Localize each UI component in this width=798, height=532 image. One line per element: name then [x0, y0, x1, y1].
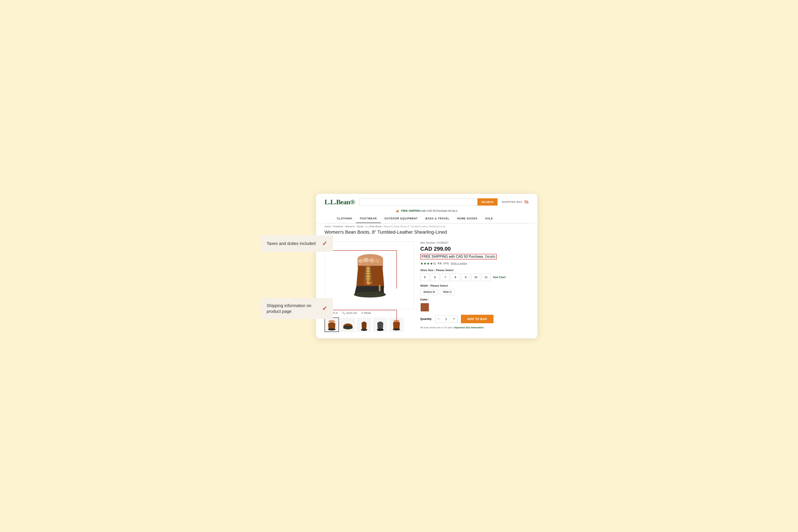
breadcrumb-llbean-boots[interactable]: L.L.Bean Boots — [366, 225, 382, 228]
shoe-size-label: Shoe Size : Please Select — [420, 269, 529, 272]
search-wrapper: SEARCH — [359, 198, 497, 206]
shipping-line-v — [396, 310, 397, 327]
svg-point-16 — [364, 273, 366, 274]
shipping-annotation-text: Shipping information on product page — [267, 303, 319, 314]
breadcrumb-womens[interactable]: Women's — [345, 225, 355, 228]
item-number: Item Number: CA286357 — [420, 241, 529, 244]
free-shipping-details-link[interactable]: DETAILS — [448, 210, 457, 212]
shipping-check-icon: ✓ — [322, 305, 327, 312]
free-shipping-label: FREE SHIPPING — [401, 209, 421, 212]
rating-value: 4.6 — [438, 262, 441, 265]
product-card: L.L.Bean® SEARCH SHOPPING BAG 🛍 🚚 FREE S… — [316, 194, 537, 338]
breadcrumb: Home / Footwear / Women's / Boots / L.L.… — [316, 224, 537, 229]
product-price: CAD 299.00 — [420, 246, 529, 252]
svg-point-13 — [370, 268, 371, 269]
free-shipping-bar: 🚚 FREE SHIPPING with CAD 50 Purchase DET… — [324, 208, 529, 214]
svg-point-5 — [375, 259, 380, 263]
site-nav: CLOTHING FOOTWEAR OUTDOOR EQUIPMENT BAGS… — [324, 214, 529, 223]
boot-main-image — [339, 246, 399, 305]
size-8[interactable]: 8 — [451, 273, 460, 281]
svg-point-22 — [354, 291, 386, 298]
taxes-annotation-text: Taxes and duties included — [267, 241, 316, 246]
nav-item-sale[interactable]: SALE — [481, 214, 497, 223]
review-count: (408) — [443, 262, 449, 265]
star-rating: ★★★★½ — [420, 262, 436, 266]
color-swatch[interactable] — [420, 303, 429, 312]
svg-point-17 — [371, 273, 372, 274]
site-header: L.L.Bean® SEARCH SHOPPING BAG 🛍 🚚 FREE S… — [316, 194, 537, 224]
quantity-input[interactable] — [442, 317, 451, 321]
size-11[interactable]: 11 — [481, 273, 491, 281]
size-chart-link[interactable]: Size Chart — [493, 276, 506, 279]
taxes-line-v — [396, 250, 397, 288]
search-input[interactable] — [359, 198, 477, 206]
svg-point-18 — [364, 276, 365, 277]
reset-control[interactable]: ↺ Reset — [361, 311, 371, 315]
shipping-note-box: FREE SHIPPING with CAD 50 Purchase. Deta… — [420, 254, 497, 260]
zoom-out-icon: 🔍 — [342, 311, 345, 315]
taxes-annotation-card: Taxes and duties included ✓ — [261, 235, 333, 252]
breadcrumb-boots[interactable]: Boots — [357, 225, 363, 228]
quantity-row: Quantity − + ADD TO BAG — [420, 315, 529, 323]
nav-item-footwear[interactable]: FOOTWEAR — [356, 214, 381, 223]
svg-point-20 — [364, 278, 365, 280]
width-options: Medium B Wide D — [420, 289, 529, 295]
size-options: 5 6 7 8 9 10 11 Size Chart — [420, 273, 529, 281]
quantity-decrease[interactable]: − — [435, 316, 442, 322]
nav-item-outdoor[interactable]: OUTDOOR EQUIPMENT — [381, 214, 421, 223]
size-7[interactable]: 7 — [441, 273, 450, 281]
shopping-bag-icon: 🛍 — [524, 199, 529, 205]
thumbnail-2[interactable] — [341, 318, 355, 332]
svg-point-21 — [371, 278, 372, 280]
header-top: L.L.Bean® SEARCH SHOPPING BAG 🛍 — [324, 198, 529, 206]
quantity-increase[interactable]: + — [451, 316, 457, 322]
shipping-details-link[interactable]: Details — [485, 255, 495, 258]
svg-point-39 — [393, 328, 400, 330]
shipping-line-h — [333, 310, 397, 310]
size-9[interactable]: 9 — [461, 273, 470, 281]
search-button[interactable]: SEARCH — [477, 198, 497, 206]
shopping-bag-label: SHOPPING BAG — [502, 201, 522, 203]
nav-item-homegoods[interactable]: HOME GOODS — [453, 214, 481, 223]
svg-point-14 — [364, 270, 366, 272]
rating-row: ★★★★½ 4.6 (408) Write a review — [420, 262, 529, 266]
shipping-note-text: FREE SHIPPING with CAD 50 Purchase. — [421, 255, 484, 258]
product-area: 🔍 Zoom in 🔍 Zoom out ↺ Reset — [316, 237, 537, 338]
free-shipping-detail: with CAD 50 Purchase — [421, 209, 447, 212]
reset-icon: ↺ — [361, 311, 363, 315]
thumbnail-3[interactable] — [357, 318, 371, 332]
width-medium-b[interactable]: Medium B — [420, 289, 438, 295]
thumbnail-4[interactable] — [373, 318, 387, 332]
size-5[interactable]: 5 — [420, 273, 429, 281]
add-to-bag-button[interactable]: ADD TO BAG — [461, 315, 493, 323]
breadcrumb-current: Women's Bean Boots, 8" Tumbled-Leather S… — [384, 225, 445, 228]
svg-point-37 — [361, 329, 367, 331]
shipping-annotation-card: Shipping information on product page ✓ — [261, 298, 333, 319]
zoom-out-control[interactable]: 🔍 Zoom out — [342, 311, 357, 315]
taxes-line-h — [333, 250, 397, 251]
color-label: Color : — [420, 298, 529, 301]
nav-item-bags[interactable]: BAGS & TRAVEL — [421, 214, 453, 223]
svg-point-38 — [377, 329, 384, 331]
taxes-check-icon: ✓ — [322, 240, 327, 247]
width-label: Width : Please Select — [420, 284, 529, 287]
product-details: Item Number: CA286357 CAD 299.00 FREE SH… — [414, 241, 529, 332]
svg-point-15 — [370, 270, 372, 272]
quantity-control: − + — [435, 316, 457, 323]
truck-icon: 🚚 — [396, 209, 399, 212]
svg-point-19 — [371, 276, 372, 277]
svg-point-4 — [369, 258, 374, 263]
svg-point-12 — [365, 268, 366, 269]
shopping-bag-button[interactable]: SHOPPING BAG 🛍 — [502, 199, 529, 205]
product-title: Women's Bean Boots, 8" Tumbled-Leather S… — [316, 229, 537, 237]
svg-point-3 — [363, 258, 369, 262]
svg-rect-31 — [379, 285, 380, 291]
important-size-info-link[interactable]: Important Size Information — [454, 326, 483, 329]
size-10[interactable]: 10 — [471, 273, 480, 281]
page-wrapper: Taxes and duties included ✓ Shipping inf… — [261, 194, 537, 338]
svg-point-36 — [343, 327, 353, 329]
write-review-link[interactable]: Write a review — [451, 262, 467, 265]
size-6[interactable]: 6 — [431, 273, 439, 281]
annotation-area: Taxes and duties included ✓ Shipping inf… — [261, 194, 342, 338]
width-wide-d[interactable]: Wide D — [440, 289, 455, 295]
